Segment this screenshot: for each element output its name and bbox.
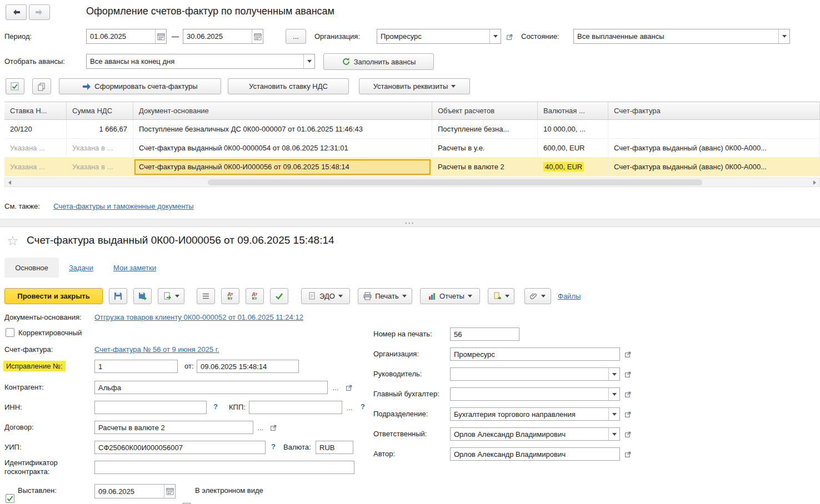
scroll-track[interactable] — [14, 178, 810, 187]
issued-checkbox[interactable] — [6, 494, 14, 503]
organization-select[interactable]: Промресурс — [377, 29, 501, 44]
nav-forward-button[interactable] — [29, 4, 50, 20]
organization-form-field[interactable]: Промресурс — [450, 347, 620, 361]
print-button[interactable]: Печать — [358, 288, 412, 304]
counterparty-ellipsis-button[interactable]: ... — [330, 382, 341, 393]
tab-tasks[interactable]: Задачи — [69, 264, 93, 272]
state-select[interactable]: Все выплаченные авансы — [573, 29, 790, 44]
save-menu-button[interactable] — [158, 288, 184, 304]
nav-back-button[interactable] — [6, 4, 27, 20]
reports-button[interactable]: Отчеты — [420, 288, 480, 304]
favorite-star-icon[interactable] — [7, 234, 19, 248]
tab-notes[interactable]: Мои заметки — [113, 264, 156, 272]
fill-advances-button[interactable]: Заполнить авансы — [323, 53, 434, 70]
table-row[interactable]: Указана ... Указана в ... Счет-фактура в… — [4, 139, 820, 158]
chief-accountant-open-button[interactable] — [622, 388, 634, 400]
head-select[interactable] — [450, 367, 620, 381]
post-and-close-button[interactable]: Провести и закрыть — [4, 288, 103, 304]
author-open-button[interactable] — [622, 448, 634, 460]
create-based-on-button[interactable] — [488, 288, 514, 304]
chevron-down-icon[interactable] — [608, 428, 619, 440]
see-also-link[interactable]: Счета-фактуры и таможенные документы — [53, 202, 194, 210]
window-splitter[interactable] — [0, 219, 820, 227]
select-all-button[interactable] — [6, 78, 24, 94]
date-from-field[interactable]: 01.06.2025 — [86, 29, 167, 44]
organization-open-button[interactable] — [503, 31, 516, 43]
currency-field[interactable]: RUB — [316, 441, 353, 454]
column-header-base-document[interactable]: Документ-основание — [133, 102, 432, 119]
chief-accountant-select[interactable] — [450, 387, 620, 401]
counterparty-open-button[interactable] — [343, 381, 355, 394]
files-link[interactable]: Файлы — [558, 292, 581, 300]
table-row[interactable]: 20/120 1 666,67 Поступление безналичных … — [4, 120, 820, 139]
copy-button[interactable] — [32, 78, 51, 94]
contract-open-button[interactable] — [267, 421, 279, 434]
organization-label: Организация: — [314, 32, 360, 41]
scroll-thumb[interactable] — [208, 179, 702, 185]
base-documents-link[interactable]: Отгрузка товаров клиенту 0К00-000052 от … — [94, 313, 303, 321]
kpp-field[interactable] — [249, 401, 342, 414]
attachments-button[interactable] — [524, 288, 551, 304]
set-requisites-button[interactable]: Установить реквизиты — [359, 78, 470, 94]
responsible-select[interactable]: Орлов Александр Владимирович — [450, 427, 620, 441]
table-row-selected[interactable]: Указана ... Указана в ... Счет-фактура в… — [4, 158, 820, 177]
correction-no-field[interactable]: 1 — [94, 360, 178, 373]
postings-report-button[interactable] — [246, 288, 264, 304]
contract-field[interactable]: Расчеты в валюте 2 — [94, 421, 253, 434]
chevron-down-icon[interactable] — [489, 29, 501, 43]
show-in-list-button[interactable] — [197, 288, 215, 304]
kpp-ellipsis-button[interactable]: ... — [344, 402, 355, 413]
chevron-down-icon[interactable] — [303, 54, 314, 68]
uip-help-icon[interactable]: ? — [271, 442, 276, 451]
corrective-checkbox[interactable] — [6, 328, 14, 337]
save-button[interactable] — [109, 288, 127, 304]
gov-contract-field[interactable] — [94, 461, 354, 474]
responsible-open-button[interactable] — [622, 428, 634, 440]
invoice-link[interactable]: Счет-фактура № 56 от 9 июня 2025 г. — [94, 345, 219, 354]
department-open-button[interactable] — [622, 408, 634, 420]
column-header-currency-amount[interactable]: Валютная ... — [538, 102, 608, 119]
column-header-settlement-object[interactable]: Объект расчетов — [432, 102, 538, 119]
tab-main[interactable]: Основное — [4, 258, 59, 278]
open-icon — [624, 431, 632, 438]
period-more-button[interactable]: ... — [286, 29, 306, 44]
calendar-icon[interactable] — [164, 485, 175, 498]
uip-field[interactable]: СФ25060К00И000056007 — [94, 441, 266, 454]
cell-invoice: Счет-фактура выданный (аванс) 0К00-А000.… — [608, 139, 820, 157]
table-horizontal-scrollbar[interactable] — [4, 178, 820, 187]
head-open-button[interactable] — [622, 368, 634, 380]
calendar-icon[interactable] — [252, 29, 263, 43]
correction-from-field[interactable]: 09.06.2025 15:48:14 — [197, 360, 299, 373]
chevron-down-icon[interactable] — [608, 408, 619, 420]
date-to-field[interactable]: 30.06.2025 — [183, 29, 263, 44]
counterparty-field[interactable]: Альфа — [94, 381, 328, 394]
contract-ellipsis-button[interactable]: ... — [255, 422, 266, 433]
chevron-down-icon[interactable] — [608, 388, 619, 400]
issued-date-field[interactable]: 09.06.2025 — [94, 484, 176, 498]
inn-help-icon[interactable]: ? — [213, 402, 218, 411]
scroll-right-arrow[interactable] — [810, 178, 819, 187]
inn-field[interactable] — [94, 401, 207, 414]
column-header-invoice[interactable]: Счет-фактура — [608, 102, 820, 119]
kpp-help-icon[interactable]: ? — [361, 402, 365, 411]
author-field[interactable]: Орлов Александр Владимирович — [450, 447, 620, 461]
inn-label: ИНН: — [4, 403, 22, 411]
postings-dt-kt-button[interactable] — [221, 288, 239, 304]
chevron-down-icon — [338, 295, 343, 298]
print-number-field[interactable]: 56 — [450, 327, 519, 341]
post-document-button[interactable] — [133, 288, 152, 304]
form-invoices-button[interactable]: Сформировать счета-фактуры — [59, 78, 221, 94]
organization-form-open-button[interactable] — [622, 348, 634, 360]
check-button[interactable] — [270, 288, 288, 304]
scroll-left-arrow[interactable] — [5, 178, 14, 187]
select-advances-select[interactable]: Все авансы на конец дня — [86, 54, 315, 69]
focused-cell[interactable]: Счет-фактура выданный 0К00-И000056 от 09… — [134, 159, 431, 175]
department-select[interactable]: Бухгалтерия торгового направления — [450, 407, 620, 421]
set-vat-rate-button[interactable]: Установить ставку НДС — [228, 78, 349, 94]
chevron-down-icon[interactable] — [608, 368, 619, 380]
edo-button[interactable]: ЭДО — [301, 288, 350, 304]
calendar-icon[interactable] — [155, 29, 166, 43]
chevron-down-icon[interactable] — [778, 29, 789, 43]
column-header-vat-rate[interactable]: Ставка Н... — [4, 102, 67, 119]
column-header-vat-sum[interactable]: Сумма НДС — [67, 102, 133, 119]
